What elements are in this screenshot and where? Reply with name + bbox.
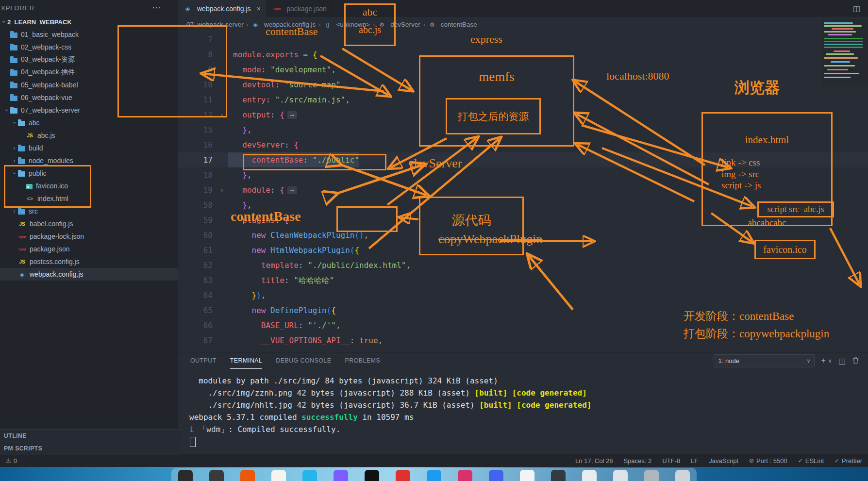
terminal-output[interactable]: modules by path ./src/img/ 84 bytes (jav… xyxy=(178,369,868,450)
code-line[interactable]: 16 devServer: { xyxy=(178,137,868,152)
panel-tab-problems[interactable]: PROBLEMS xyxy=(345,352,380,369)
code-line[interactable]: 61 new HtmlWebpackPlugin({ xyxy=(178,243,868,258)
fold-icon[interactable]: › xyxy=(216,182,228,198)
tree-item-07_webpack-server[interactable]: ›07_webpack-server xyxy=(0,104,178,116)
tree-item-abc.js[interactable]: JSabc.js xyxy=(0,129,178,142)
status-item-javascript[interactable]: JavaScript xyxy=(709,457,738,464)
terminal-shell-select[interactable]: 1: node ∨ xyxy=(714,354,815,367)
code-line[interactable]: 11 entry: "./src/main.js", xyxy=(178,92,868,107)
code-line[interactable]: 67 __VUE_OPTIONS_API__: true, xyxy=(178,333,868,348)
dock-icon[interactable] xyxy=(520,470,534,481)
kill-terminal-icon[interactable] xyxy=(852,357,859,365)
code-line[interactable]: 12› output: {⋯ xyxy=(178,107,868,122)
tree-item-03_webpack-资源[interactable]: 03_webpack-资源 xyxy=(0,53,178,66)
code-line[interactable]: 65 new DefinePlugin({ xyxy=(178,303,868,318)
terminal-line: webpack 5.37.1 compiled successfully in … xyxy=(189,411,868,423)
breadcrumb-item[interactable]: 07_webpack-server xyxy=(186,21,244,28)
breadcrumb-item[interactable]: ⚙devServer xyxy=(378,21,420,28)
code-line[interactable]: 64 }), xyxy=(178,288,868,303)
code-line[interactable]: 63 title: "哈哈哈哈" xyxy=(178,273,868,288)
tree-item-src[interactable]: ›src xyxy=(0,205,178,217)
code-line[interactable]: 66 BASE_URL: "'./'", xyxy=(178,318,868,333)
tree-item-postcss.config.js[interactable]: JSpostcss.config.js xyxy=(0,255,178,268)
code-line[interactable]: 62 template: "./public/index.html", xyxy=(178,258,868,273)
outline-section-header[interactable]: UTLINE xyxy=(0,429,182,442)
close-icon[interactable]: × xyxy=(257,4,261,13)
code-line[interactable]: 19› module: {⋯ xyxy=(178,182,868,198)
code-line[interactable]: 8module.exports = { xyxy=(178,47,868,62)
dock-icon[interactable] xyxy=(209,470,224,481)
dock-icon[interactable] xyxy=(365,470,379,481)
tab-package.json[interactable]: npmpackage.json xyxy=(267,0,333,17)
panel-tab-terminal[interactable]: TERMINAL xyxy=(230,352,262,369)
status-item-spaces-2[interactable]: Spaces: 2 xyxy=(623,457,651,464)
chevron-down-icon[interactable]: ∨ xyxy=(828,358,832,364)
dock-icon[interactable] xyxy=(240,470,255,481)
new-terminal-button[interactable]: + xyxy=(821,356,825,365)
tree-item-node_modules[interactable]: ›node_modules xyxy=(0,154,178,167)
dock-icon[interactable] xyxy=(613,470,628,481)
tree-item-05_webpack-babel[interactable]: 05_webpack-babel xyxy=(0,79,178,91)
tree-item-06_webpack-vue[interactable]: 06_webpack-vue xyxy=(0,91,178,104)
tree-item-babel.config.js[interactable]: JSbabel.config.js xyxy=(0,217,178,230)
dock-icon[interactable] xyxy=(271,470,286,481)
dock-icon[interactable] xyxy=(551,470,566,481)
tree-item-public[interactable]: ›public xyxy=(0,167,178,180)
dock-icon[interactable] xyxy=(334,470,348,481)
code-line[interactable]: 59 plugins: [ xyxy=(178,213,868,228)
workspace-section-header[interactable]: › 2_LEARN_WEBPACK xyxy=(0,16,178,28)
code-token: { xyxy=(280,110,284,119)
tree-item-01_basic_webpack[interactable]: 01_basic_webpack xyxy=(0,28,178,41)
code-editor[interactable]: 78module.exports = {9 mode: "development… xyxy=(178,32,868,352)
breadcrumb-item[interactable]: ⚙contentBase xyxy=(428,21,477,28)
status-item-lf[interactable]: LF xyxy=(691,457,698,464)
dock-icon[interactable] xyxy=(644,470,659,481)
tree-item-favicon.ico[interactable]: favicon.ico xyxy=(0,180,178,192)
split-editor-icon[interactable]: ◫ xyxy=(853,4,860,13)
panel-tab-output[interactable]: OUTPUT xyxy=(190,352,217,369)
status-item-eslint[interactable]: ✓ESLint xyxy=(798,457,824,464)
status-problems[interactable]: ⚠0 xyxy=(6,457,17,464)
code-line[interactable]: 9 mode: "development", xyxy=(178,62,868,77)
dock-icon[interactable] xyxy=(458,470,472,481)
status-item-ln-17-col-28[interactable]: Ln 17, Col 28 xyxy=(575,457,613,464)
code-token: } xyxy=(242,125,247,134)
split-terminal-button[interactable]: ◫ xyxy=(838,356,846,365)
tree-item-02_webpack-css[interactable]: 02_webpack-css xyxy=(0,41,178,53)
status-item-prettier[interactable]: ✓Prettier xyxy=(835,457,862,464)
dock-icon[interactable] xyxy=(427,470,441,481)
fold-icon[interactable]: › xyxy=(216,107,228,122)
dock-icon[interactable] xyxy=(178,470,193,481)
tree-item-package.json[interactable]: npmpackage.json xyxy=(0,243,178,255)
code-line[interactable]: 58 }, xyxy=(178,198,868,213)
tree-item-abc[interactable]: ›abc xyxy=(0,116,178,129)
code-line[interactable]: 60 new CleanWebpackPlugin(), xyxy=(178,228,868,243)
dock-icon[interactable] xyxy=(396,470,410,481)
line-number: 8 xyxy=(178,47,216,62)
code-line[interactable]: 7 xyxy=(178,32,868,47)
tree-item-04_webpack-插件[interactable]: 04_webpack-插件 xyxy=(0,66,178,79)
panel-controls: 1: node ∨ + ∨ ◫ xyxy=(714,354,859,367)
dock-icon[interactable] xyxy=(302,470,317,481)
code-line[interactable]: 10 devtool: "source-map", xyxy=(178,77,868,92)
dock-icon[interactable] xyxy=(489,470,503,481)
breadcrumb-item[interactable]: {}<unknown> xyxy=(323,21,370,28)
dock-icon[interactable] xyxy=(675,470,690,481)
tree-item-index.html[interactable]: <>index.html xyxy=(0,192,178,205)
panel-tab-debug-console[interactable]: DEBUG CONSOLE xyxy=(276,352,331,369)
code-token: , xyxy=(331,65,336,74)
npm-scripts-section-header[interactable]: PM SCRIPTS xyxy=(0,442,182,455)
tree-item-webpack.config.js[interactable]: ◈webpack.config.js xyxy=(0,268,178,281)
breadcrumb-item[interactable]: ◈webpack.config.js xyxy=(251,21,316,28)
code-line[interactable]: 15 }, xyxy=(178,122,868,137)
status-item-port-5500[interactable]: ⊘Port : 5500 xyxy=(749,457,787,464)
tab-webpack.config.js[interactable]: ◈webpack.config.js× xyxy=(178,0,267,17)
code-line[interactable]: 18 }, xyxy=(178,167,868,182)
dock-icon[interactable] xyxy=(582,470,597,481)
minimap[interactable] xyxy=(822,19,868,85)
tree-item-package-lock.json[interactable]: npmpackage-lock.json xyxy=(0,230,178,243)
status-item-utf-8[interactable]: UTF-8 xyxy=(662,457,680,464)
more-actions-icon[interactable]: ⋯ xyxy=(152,2,161,13)
code-line[interactable]: 17····contentBase: "./public" xyxy=(178,152,868,167)
tree-item-build[interactable]: ›build xyxy=(0,142,178,154)
